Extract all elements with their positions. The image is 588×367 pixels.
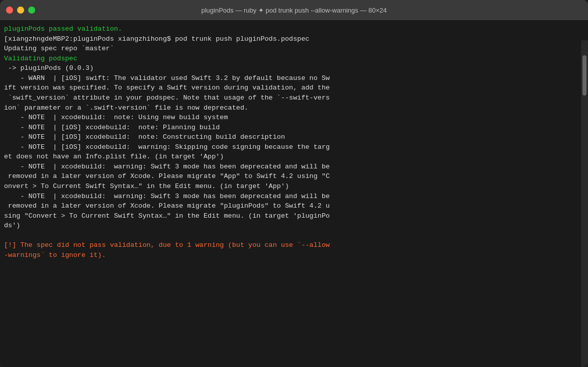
scrollbar-track[interactable] [581, 40, 588, 367]
titlebar: pluginPods — ruby ✦ pod trunk push --all… [0, 0, 588, 20]
traffic-lights [6, 7, 35, 14]
terminal-text: pluginPods passed validation. [xiangzhng… [4, 24, 578, 260]
minimize-button[interactable] [17, 7, 24, 14]
close-button[interactable] [6, 7, 13, 14]
warn-swift-version: - WARN | [iOS] swift: The validator used… [4, 74, 330, 112]
validation-error: [!] The spec did not pass validation, du… [4, 241, 330, 259]
updating-spec: Updating spec repo `master` [4, 45, 114, 52]
window-title: pluginPods — ruby ✦ pod trunk push --all… [201, 7, 386, 14]
validation-passed: pluginPods passed validation. [4, 25, 122, 33]
validating-label: Validating podspec [4, 55, 77, 62]
terminal-window: pluginPods — ruby ✦ pod trunk push --all… [0, 0, 588, 367]
note-swift3-pluginpods: - NOTE | xcodebuild: warning: Swift 3 mo… [4, 193, 330, 230]
command-line: [xiangzhngdeMBP2:pluginPods xiangzhihong… [4, 35, 310, 43]
scrollbar-thumb[interactable] [582, 55, 586, 96]
note-planning-build: - NOTE | [iOS] xcodebuild: note: Plannin… [4, 124, 220, 131]
terminal-output: pluginPods passed validation. [xiangzhng… [0, 20, 588, 264]
note-build-system: - NOTE | xcodebuild: note: Using new bui… [4, 114, 228, 121]
note-code-signing: - NOTE | [iOS] xcodebuild: warning: Skip… [4, 143, 330, 161]
maximize-button[interactable] [28, 7, 35, 14]
note-swift3-app: - NOTE | xcodebuild: warning: Swift 3 mo… [4, 163, 330, 190]
note-constructing: - NOTE | [iOS] xcodebuild: note: Constru… [4, 133, 285, 141]
version-line: -> pluginPods (0.0.3) [4, 64, 93, 72]
